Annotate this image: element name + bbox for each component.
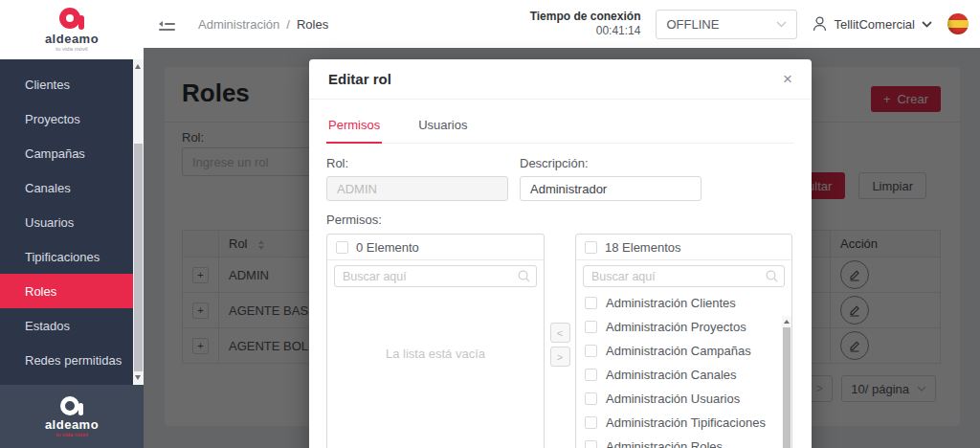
scroll-up-icon[interactable] [135,64,141,69]
breadcrumb-section[interactable]: Administración [198,17,279,32]
sidebar-item[interactable]: Redes permitidas [0,343,144,377]
tab[interactable]: Permisos [326,109,382,144]
permission-item[interactable]: Administración Tipificaciones [583,411,785,435]
permission-checkbox[interactable] [585,321,597,333]
select-all-checkbox[interactable] [336,241,348,254]
target-count: 18 Elementos [605,240,681,255]
permission-item[interactable]: Administración Proyectos [583,315,785,339]
permission-item[interactable]: Administración Canales [583,363,785,387]
sidebar-item[interactable]: Canales [0,170,144,205]
breadcrumb-current: Roles [297,17,328,32]
scrollbar-thumb[interactable] [783,327,791,448]
scroll-up-icon[interactable] [784,320,790,324]
permission-checkbox[interactable] [585,440,597,448]
sidebar-footer-logo: aldeamo tu vida móvil [0,385,144,448]
connection-timer: Tiempo de conexión 00:41:14 [530,10,641,38]
brand-name: aldeamo [45,32,99,46]
sidebar-item[interactable]: Estados [0,308,144,343]
permisos-label: Permisos: [326,213,794,227]
permission-label: Administración Canales [606,368,737,382]
permission-label: Administración Usuarios [606,392,740,406]
permission-checkbox[interactable] [585,345,597,357]
rol-input [326,176,508,201]
user-name: TellitComercial [834,17,915,32]
permission-item[interactable]: Administración Campañas [583,339,785,363]
permission-item[interactable]: Administración Usuarios [583,387,785,411]
permission-item[interactable]: Administración Clientes [583,291,785,315]
user-icon [813,16,827,32]
chevron-down-icon[interactable] [922,21,932,28]
source-search-input[interactable] [334,265,537,287]
tab[interactable]: Usuarios [416,109,469,144]
sidebar-item[interactable]: Campañas [0,136,144,170]
modal-tabs: PermisosUsuarios [326,109,794,144]
permission-label: Administración Tipificaciones [606,415,766,430]
sidebar-item[interactable]: Usuarios [0,205,144,239]
permission-item[interactable]: Administración Roles [583,435,785,448]
topbar: Administración / Roles Tiempo de conexió… [144,0,980,48]
edit-role-modal: Editar rol × PermisosUsuarios Rol: Descr… [309,59,812,448]
search-icon [518,270,530,282]
list-scrollbar[interactable] [782,316,791,448]
permission-label: Administración Campañas [606,344,751,358]
descripcion-label: Descripción: [520,156,702,170]
scroll-down-icon[interactable] [135,375,141,380]
permission-checkbox[interactable] [585,392,597,405]
breadcrumb: Administración / Roles [198,17,328,32]
modal-header: Editar rol × [309,59,812,100]
permission-label: Administración Clientes [606,296,736,310]
close-icon[interactable]: × [783,71,792,87]
permission-label: Administración Proyectos [606,320,746,334]
permissions-transfer: 0 Elemento La lista está vacía < > 18 El… [326,234,794,448]
rol-label: Rol: [326,156,508,170]
sidebar-item[interactable]: Clientes [0,67,144,101]
permission-checkbox[interactable] [585,369,597,381]
brand-tagline: tu vida móvil [56,46,87,52]
user-menu[interactable]: TellitComercial [813,16,932,32]
flag-spain-icon[interactable] [947,13,969,34]
scrollbar-thumb[interactable] [134,144,143,371]
sidebar: aldeamo tu vida móvil ClientesProyectosC… [0,0,144,448]
transfer-target-panel: 18 Elementos Administración Clientes Adm… [575,234,792,448]
sidebar-scrollbar[interactable] [133,59,144,385]
permission-checkbox[interactable] [585,297,597,309]
menu-fold-icon[interactable] [159,17,175,31]
sidebar-logo: aldeamo tu vida móvil [0,0,144,59]
brand-tagline: tu vida móvil [56,432,87,437]
move-left-button[interactable]: < [550,323,570,343]
breadcrumb-separator: / [286,17,290,32]
brand-name: aldeamo [45,417,99,432]
aldeamo-logo-icon [60,396,83,416]
permission-label: Administración Roles [606,439,723,448]
search-icon [766,270,778,282]
status-value: OFFLINE [666,17,719,32]
sidebar-item[interactable]: Proyectos [0,101,144,136]
connection-time: 00:41:14 [530,24,641,38]
sidebar-nav: ClientesProyectosCampañasCanalesUsuarios… [0,59,144,385]
empty-list-text: La lista está vacía [334,347,537,361]
transfer-source-panel: 0 Elemento La lista está vacía [326,234,545,448]
sidebar-item[interactable]: Roles [0,274,144,308]
sidebar-item[interactable]: Tipificaciones [0,239,144,274]
permissions-list: Administración Clientes Administración P… [583,291,785,448]
source-count: 0 Elemento [356,240,419,255]
connection-label: Tiempo de conexión [530,10,641,24]
descripcion-input[interactable] [520,176,702,201]
target-search-input[interactable] [583,265,785,287]
select-all-checkbox[interactable] [585,241,597,254]
status-select[interactable]: OFFLINE [656,10,797,39]
move-right-button[interactable]: > [550,347,570,367]
aldeamo-logo-icon [59,8,84,31]
modal-title: Editar rol [328,71,391,87]
permission-checkbox[interactable] [585,416,597,429]
chevron-down-icon [776,21,787,28]
